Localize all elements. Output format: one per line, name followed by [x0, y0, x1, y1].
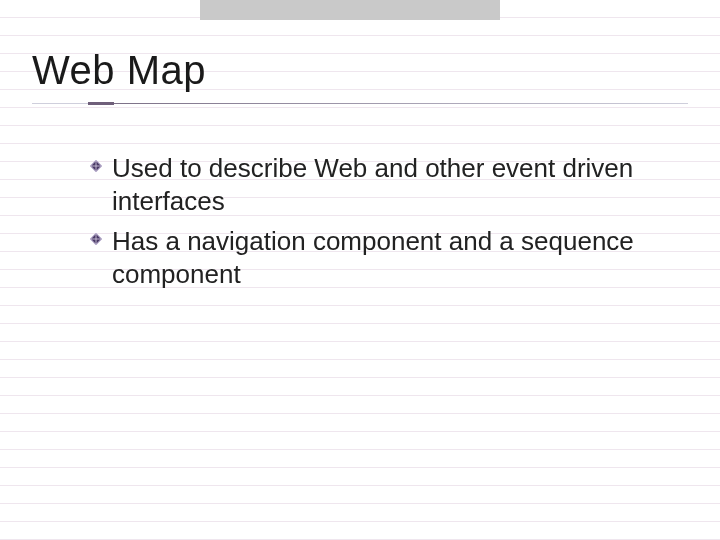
body-area: Used to describe Web and other event dri… — [90, 152, 660, 297]
title-area: Web Map — [32, 48, 688, 104]
slide-title: Web Map — [32, 48, 688, 101]
diamond-bullet-icon — [90, 233, 102, 245]
list-item: Has a navigation component and a sequenc… — [90, 225, 660, 292]
list-item: Used to describe Web and other event dri… — [90, 152, 660, 219]
diamond-bullet-icon — [90, 160, 102, 172]
list-item-text: Used to describe Web and other event dri… — [112, 153, 633, 216]
header-accent-band — [200, 0, 500, 20]
slide: Web Map Used to describe Web and other e… — [0, 0, 720, 540]
title-underline — [32, 103, 688, 104]
list-item-text: Has a navigation component and a sequenc… — [112, 226, 634, 289]
